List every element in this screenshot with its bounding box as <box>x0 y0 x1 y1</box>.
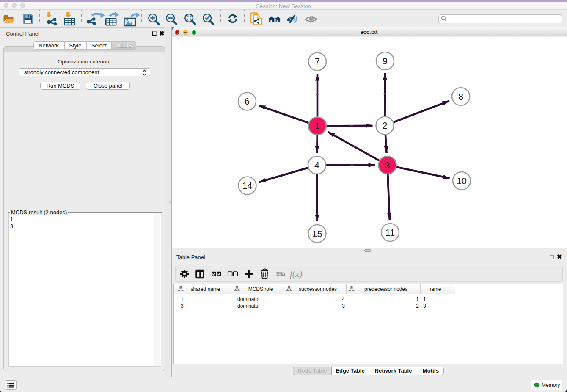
svg-text:1: 1 <box>315 121 320 131</box>
svg-text:14: 14 <box>242 181 253 191</box>
svg-text:10: 10 <box>457 176 467 186</box>
svg-text:4: 4 <box>314 160 319 171</box>
svg-text:f(x): f(x) <box>290 269 302 279</box>
svg-text:7: 7 <box>315 57 320 67</box>
svg-text:6: 6 <box>245 97 250 107</box>
svg-text:9: 9 <box>383 56 388 66</box>
svg-text:8: 8 <box>458 92 463 102</box>
svg-text:11: 11 <box>385 228 395 238</box>
svg-text:15: 15 <box>312 229 322 239</box>
svg-text:2: 2 <box>383 121 388 131</box>
svg-text:3: 3 <box>385 160 390 171</box>
